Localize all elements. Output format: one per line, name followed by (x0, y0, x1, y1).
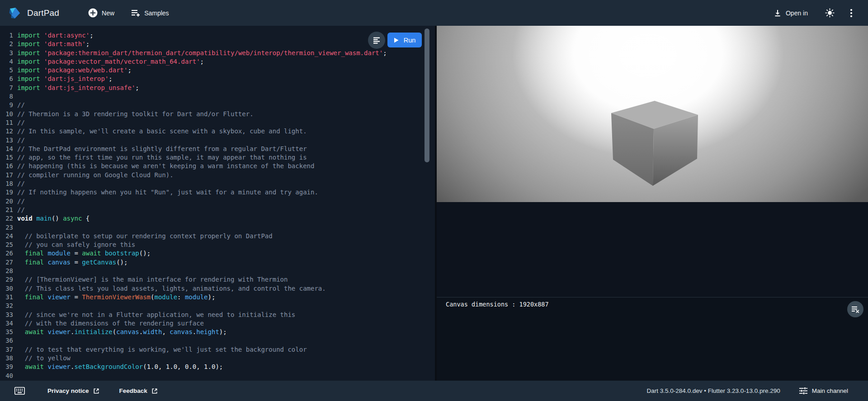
line-number: 16 (0, 162, 17, 170)
line-number: 3 (0, 49, 17, 57)
code-text: // The DartPad environment is slightly d… (17, 145, 307, 152)
format-align-icon (373, 37, 380, 44)
code-text: // (17, 137, 25, 144)
line-number: 18 (0, 179, 17, 188)
code-text: import 'package:thermion_dart/thermion_d… (17, 49, 387, 57)
code-line[interactable]: 21// (0, 206, 435, 214)
code-line[interactable]: 28 (0, 267, 435, 275)
code-line[interactable]: 16// happening (this is because we aren'… (0, 162, 435, 170)
code-line[interactable]: 8 (0, 92, 435, 101)
code-line[interactable]: 11// (0, 118, 435, 127)
code-text: // app, so the first time you run this s… (17, 154, 307, 161)
code-text: // happening (this is because we aren't … (17, 162, 314, 170)
code-line[interactable]: 31 final viewer = ThermionViewerWasm(mod… (0, 293, 435, 302)
code-text: final module = await bootstrap(); (17, 250, 151, 257)
code-line[interactable]: 14// The DartPad environment is slightly… (0, 145, 435, 153)
format-button[interactable] (368, 32, 385, 49)
code-text: // In this sample, we'll create a basic … (17, 127, 307, 135)
line-number: 34 (0, 319, 17, 328)
channel-selector-button[interactable]: Main channel (797, 387, 851, 395)
line-number: 28 (0, 267, 17, 275)
render-canvas[interactable] (437, 26, 868, 202)
code-line[interactable]: 35 await viewer.initialize(canvas.width,… (0, 328, 435, 336)
tune-icon (799, 387, 807, 395)
line-number: 7 (0, 84, 17, 92)
code-line[interactable]: 9// (0, 101, 435, 109)
code-line[interactable]: 34 // with the dimensions of the renderi… (0, 319, 435, 328)
code-line[interactable]: 5import 'package:web/web.dart'; (0, 66, 435, 75)
code-line[interactable]: 6import 'dart:js_interop'; (0, 75, 435, 83)
code-line[interactable]: 17// compiler running on Google Cloud Ru… (0, 171, 435, 179)
new-button[interactable]: New (85, 5, 118, 20)
code-text: final viewer = ThermionViewerWasm(module… (17, 293, 215, 301)
code-line[interactable]: 18// (0, 179, 435, 188)
line-number: 32 (0, 302, 17, 310)
code-text: final canvas = getCanvas(); (17, 259, 127, 266)
code-line[interactable]: 23 (0, 223, 435, 232)
code-line[interactable]: 24 // boilerplate to setup our rendering… (0, 232, 435, 241)
keyboard-icon (14, 387, 25, 395)
code-line[interactable]: 36 (0, 336, 435, 345)
code-line[interactable]: 22void main() async { (0, 214, 435, 223)
code-line[interactable]: 13// (0, 136, 435, 145)
code-line[interactable]: 39 await viewer.setBackgroundColor(1.0, … (0, 363, 435, 371)
code-line[interactable]: 4import 'package:vector_math/vector_math… (0, 57, 435, 66)
code-text: // [ThermionViewer] is the main interfac… (17, 276, 288, 283)
code-line[interactable]: 20// (0, 197, 435, 206)
code-editor[interactable]: 1import 'dart:async';2import 'dart:math'… (0, 26, 435, 381)
line-number: 6 (0, 75, 17, 83)
code-text: import 'dart:js_interop_unsafe'; (17, 84, 139, 91)
code-line[interactable]: 26 final module = await bootstrap(); (0, 249, 435, 258)
editor-scrollbar[interactable] (425, 28, 429, 162)
code-line[interactable]: 37 // to test that everything is working… (0, 345, 435, 354)
external-link-icon (151, 388, 158, 394)
code-text: // This class lets you load assets, ligh… (17, 285, 326, 292)
code-line[interactable]: 19// If nothing happens when you hit "Ru… (0, 188, 435, 197)
code-text: import 'package:web/web.dart'; (17, 66, 132, 74)
header-left: DartPad New (0, 5, 173, 20)
line-number: 8 (0, 92, 17, 101)
console-output: Canvas dimensions : 868x401 (446, 301, 549, 308)
run-button-label: Run (404, 37, 416, 44)
clear-console-button[interactable] (847, 301, 863, 317)
code-line[interactable]: 30 // This class lets you load assets, l… (0, 284, 435, 293)
line-number: 25 (0, 241, 17, 249)
brightness-sun-icon (825, 8, 835, 18)
line-number: 19 (0, 188, 17, 197)
line-number: 15 (0, 153, 17, 162)
line-number: 14 (0, 145, 17, 153)
run-button[interactable]: Run (387, 33, 422, 47)
overflow-menu-button[interactable] (848, 7, 854, 19)
feedback-link[interactable]: Feedback (118, 386, 159, 396)
code-line[interactable]: 15// app, so the first time you run this… (0, 153, 435, 162)
privacy-notice-link[interactable]: Privacy notice (47, 386, 100, 396)
code-line[interactable]: 7import 'dart:js_interop_unsafe'; (0, 84, 435, 92)
dart-logo-icon (8, 7, 21, 19)
keyboard-shortcuts-button[interactable] (13, 385, 27, 396)
code-text: void main() async { (17, 215, 90, 222)
playlist-add-icon (132, 9, 140, 17)
samples-button[interactable]: Samples (128, 6, 172, 19)
code-line[interactable]: 33 // since we're not in a Flutter appli… (0, 311, 435, 319)
code-line[interactable]: 27 final canvas = getCanvas(); (0, 258, 435, 267)
code-text: // (17, 101, 25, 109)
samples-button-label: Samples (144, 9, 169, 17)
code-line[interactable]: 38 // to yellow (0, 354, 435, 363)
open-in-button[interactable]: Open in (770, 6, 811, 20)
code-line[interactable]: 40 (0, 372, 435, 380)
brightness-toggle-button[interactable] (823, 6, 836, 19)
line-number: 36 (0, 336, 17, 345)
clear-console-icon (852, 306, 859, 313)
cube-3d (609, 101, 698, 188)
code-text: // Thermion is a 3D rendering toolkit fo… (17, 110, 254, 118)
code-line[interactable]: 10// Thermion is a 3D rendering toolkit … (0, 110, 435, 118)
code-line[interactable]: 12// In this sample, we'll create a basi… (0, 127, 435, 136)
line-number: 39 (0, 363, 17, 371)
code-line[interactable]: 29 // [ThermionViewer] is the main inter… (0, 275, 435, 284)
feedback-label: Feedback (119, 387, 147, 394)
code-text: import 'package:vector_math/vector_math_… (17, 58, 204, 65)
code-line[interactable]: 32 (0, 302, 435, 310)
code-line[interactable]: 25 // you can safely ignore this (0, 241, 435, 249)
code-line[interactable]: 3import 'package:thermion_dart/thermion_… (0, 49, 435, 57)
code-lines: 1import 'dart:async';2import 'dart:math'… (0, 26, 435, 380)
